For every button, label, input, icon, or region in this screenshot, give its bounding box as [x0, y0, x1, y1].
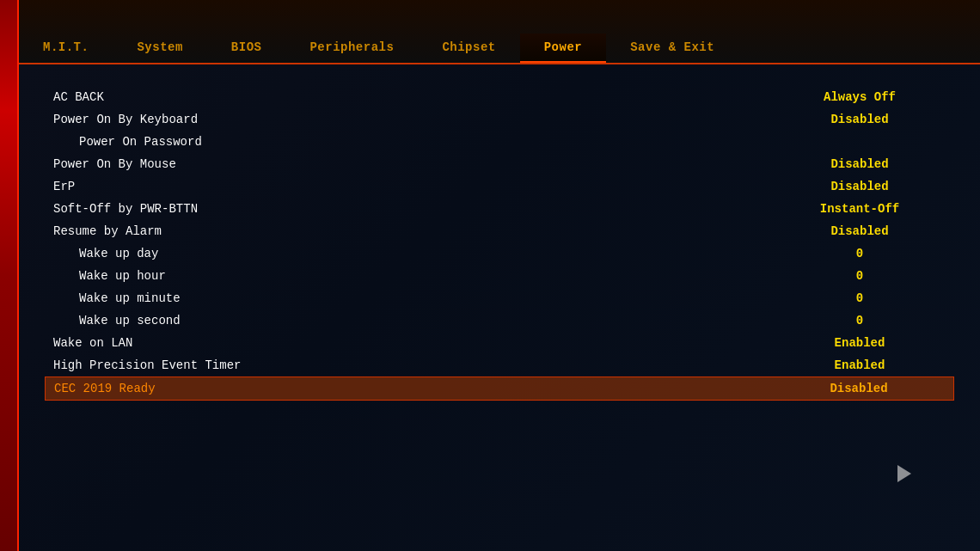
main-content: AC BACKAlways OffPower On By KeyboardDis… — [19, 64, 980, 551]
setting-name: CEC 2019 Ready — [54, 382, 156, 395]
settings-table: AC BACKAlways OffPower On By KeyboardDis… — [53, 86, 946, 401]
setting-value: 0 — [774, 314, 946, 328]
setting-name: Wake on LAN — [53, 336, 132, 350]
setting-name: Resume by Alarm — [53, 224, 162, 238]
setting-name: Power On By Mouse — [53, 157, 176, 171]
setting-value: Enabled — [774, 336, 946, 350]
settings-row[interactable]: AC BACKAlways Off — [53, 86, 946, 108]
setting-name: Soft-Off by PWR-BTTN — [53, 202, 198, 216]
tab-power[interactable]: Power — [520, 34, 607, 63]
setting-value: 0 — [774, 291, 946, 305]
setting-value: Always Off — [774, 90, 946, 104]
setting-name: Wake up day — [53, 247, 158, 260]
setting-value: Disabled — [774, 157, 946, 171]
setting-value: Disabled — [774, 113, 946, 126]
tab-save-exit[interactable]: Save & Exit — [606, 34, 738, 63]
setting-name: Power On By Keyboard — [53, 113, 198, 126]
settings-row[interactable]: CEC 2019 ReadyDisabled — [45, 377, 954, 401]
setting-value: 0 — [774, 269, 946, 283]
setting-value: Disabled — [773, 382, 945, 395]
settings-row[interactable]: Wake up second0 — [53, 309, 946, 332]
settings-row[interactable]: Wake up hour0 — [53, 265, 946, 287]
setting-name: Wake up minute — [53, 291, 181, 305]
tab-peripherals[interactable]: Peripherals — [285, 34, 418, 63]
setting-name: High Precision Event Timer — [53, 358, 241, 372]
left-accent-bar — [0, 0, 19, 551]
tab-bios[interactable]: BIOS — [207, 34, 286, 63]
settings-row[interactable]: Wake up day0 — [53, 242, 946, 265]
setting-value: Enabled — [774, 358, 946, 372]
setting-name: ErP — [53, 180, 75, 193]
settings-row[interactable]: Soft-Off by PWR-BTTNInstant-Off — [53, 198, 946, 220]
settings-row[interactable]: Wake up minute0 — [53, 287, 946, 309]
setting-name: Wake up hour — [53, 269, 166, 283]
setting-value: Disabled — [774, 180, 946, 193]
settings-row[interactable]: Power On By KeyboardDisabled — [53, 108, 946, 131]
tab-bar: M.I.T.SystemBIOSPeripheralsChipsetPowerS… — [19, 0, 980, 64]
mouse-cursor — [897, 465, 911, 482]
settings-row[interactable]: Wake on LANEnabled — [53, 332, 946, 354]
setting-name: AC BACK — [53, 90, 104, 104]
setting-name: Wake up second — [53, 314, 181, 328]
setting-value: Instant-Off — [774, 202, 946, 216]
setting-value: 0 — [774, 247, 946, 260]
setting-value: Disabled — [774, 224, 946, 238]
settings-row[interactable]: Power On Password — [53, 131, 946, 153]
tab-system[interactable]: System — [113, 34, 206, 63]
tab-chipset[interactable]: Chipset — [418, 34, 519, 63]
settings-row[interactable]: Power On By MouseDisabled — [53, 153, 946, 175]
settings-row[interactable]: Resume by AlarmDisabled — [53, 220, 946, 242]
settings-row[interactable]: ErPDisabled — [53, 175, 946, 198]
tab-mit[interactable]: M.I.T. — [19, 34, 113, 63]
settings-row[interactable]: High Precision Event TimerEnabled — [53, 354, 946, 377]
setting-name: Power On Password — [53, 135, 202, 149]
